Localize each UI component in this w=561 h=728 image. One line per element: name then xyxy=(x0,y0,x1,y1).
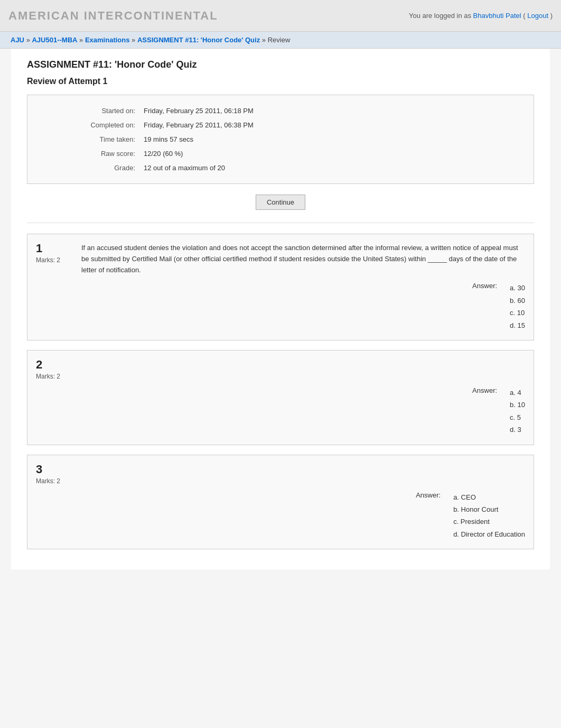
breadcrumb-assignment[interactable]: ASSIGNMENT #11: 'Honor Code' Quiz xyxy=(137,36,260,44)
q1-option-b: b. 60 xyxy=(510,294,525,307)
question-1-text: If an accused student denies the violati… xyxy=(81,243,525,275)
question-2-num-col: 2 Marks: 2 xyxy=(36,359,73,380)
question-3-answer-label: Answer: xyxy=(416,491,441,499)
breadcrumb-sep-2: » xyxy=(79,36,85,44)
logout-link[interactable]: Logout xyxy=(527,12,548,20)
section-title: Review of Attempt 1 xyxy=(27,77,534,86)
question-3-header: 3 Marks: 2 xyxy=(36,464,525,485)
q1-option-d: d. 15 xyxy=(510,319,525,331)
question-2-answer-label: Answer: xyxy=(472,386,497,394)
logo: AMERICAN INTERCONTINENTAL xyxy=(8,9,218,23)
q1-option-a: a. 30 xyxy=(510,282,525,294)
completed-label: Completed on: xyxy=(38,121,144,129)
question-2-number: 2 xyxy=(36,359,73,371)
time-label: Time taken: xyxy=(38,135,144,143)
q3-option-c: c. President xyxy=(453,515,525,528)
question-2-marks: Marks: 2 xyxy=(36,373,73,380)
breadcrumb: AJU » AJU501--MBA » Examinations » ASSIG… xyxy=(0,32,561,49)
summary-row-time: Time taken: 19 mins 57 secs xyxy=(38,132,523,146)
raw-score-label: Raw score: xyxy=(38,150,144,158)
q3-option-d: d. Director of Education xyxy=(453,528,525,540)
summary-row-completed: Completed on: Friday, February 25 2011, … xyxy=(38,118,523,132)
question-2-header: 2 Marks: 2 xyxy=(36,359,525,380)
breadcrumb-sep-4: » xyxy=(262,36,268,44)
time-value: 19 mins 57 secs xyxy=(144,135,193,143)
summary-row-started: Started on: Friday, February 25 2011, 06… xyxy=(38,104,523,118)
continue-button-wrapper: Continue xyxy=(27,195,534,210)
question-1-header: 1 Marks: 2 If an accused student denies … xyxy=(36,243,525,275)
q3-option-b: b. Honor Court xyxy=(453,503,525,515)
question-3-options: a. CEO b. Honor Court c. President d. Di… xyxy=(453,491,525,541)
question-block-3: 3 Marks: 2 Answer: a. CEO b. Honor Court… xyxy=(27,455,534,550)
question-3-answer: Answer: a. CEO b. Honor Court c. Preside… xyxy=(36,491,525,541)
user-paren-close: ) xyxy=(550,12,553,20)
question-3-num-col: 3 Marks: 2 xyxy=(36,464,73,485)
question-1-options: a. 30 b. 60 c. 10 d. 15 xyxy=(510,282,525,331)
q2-option-b: b. 10 xyxy=(510,399,525,411)
question-3-marks: Marks: 2 xyxy=(36,477,73,485)
started-label: Started on: xyxy=(38,107,144,115)
q2-option-a: a. 4 xyxy=(510,386,525,399)
main-content: ASSIGNMENT #11: 'Honor Code' Quiz Review… xyxy=(11,49,550,569)
question-1-num-col: 1 Marks: 2 xyxy=(36,243,73,264)
question-2-options: a. 4 b. 10 c. 5 d. 3 xyxy=(510,386,525,436)
breadcrumb-examinations[interactable]: Examinations xyxy=(85,36,130,44)
grade-value: 12 out of a maximum of 20 xyxy=(144,164,225,172)
breadcrumb-mba[interactable]: AJU501--MBA xyxy=(32,36,77,44)
breadcrumb-aju[interactable]: AJU xyxy=(11,36,24,44)
question-block-1: 1 Marks: 2 If an accused student denies … xyxy=(27,234,534,340)
page-title: ASSIGNMENT #11: 'Honor Code' Quiz xyxy=(27,59,534,70)
user-text-label: You are logged in as xyxy=(409,12,473,20)
q1-option-c: c. 10 xyxy=(510,307,525,319)
grade-label: Grade: xyxy=(38,164,144,172)
continue-button[interactable]: Continue xyxy=(256,195,305,210)
breadcrumb-sep-3: » xyxy=(132,36,137,44)
q2-option-d: d. 3 xyxy=(510,423,525,436)
question-1-answer-label: Answer: xyxy=(472,282,497,290)
raw-score-value: 12/20 (60 %) xyxy=(144,150,183,158)
question-1-answer: Answer: a. 30 b. 60 c. 10 d. 15 xyxy=(36,282,525,331)
user-name-link[interactable]: Bhavbhuti Patel xyxy=(473,12,521,20)
breadcrumb-sep-1: » xyxy=(26,36,32,44)
header: AMERICAN INTERCONTINENTAL You are logged… xyxy=(0,0,561,32)
question-block-2: 2 Marks: 2 Answer: a. 4 b. 10 c. 5 d. 3 xyxy=(27,350,534,445)
attempt-summary: Started on: Friday, February 25 2011, 06… xyxy=(27,95,534,184)
question-2-answer: Answer: a. 4 b. 10 c. 5 d. 3 xyxy=(36,386,525,436)
user-paren-open: ( xyxy=(523,12,525,20)
question-1-marks: Marks: 2 xyxy=(36,256,73,264)
question-3-number: 3 xyxy=(36,464,73,475)
header-user-info: You are logged in as Bhavbhuti Patel ( L… xyxy=(409,12,553,20)
summary-row-raw: Raw score: 12/20 (60 %) xyxy=(38,146,523,161)
completed-value: Friday, February 25 2011, 06:38 PM xyxy=(144,121,254,129)
q3-option-a: a. CEO xyxy=(453,491,525,503)
summary-row-grade: Grade: 12 out of a maximum of 20 xyxy=(38,161,523,175)
question-1-number: 1 xyxy=(36,243,73,254)
q2-option-c: c. 5 xyxy=(510,411,525,423)
divider-1 xyxy=(27,223,534,223)
breadcrumb-review: Review xyxy=(268,36,291,44)
started-value: Friday, February 25 2011, 06:18 PM xyxy=(144,107,254,115)
